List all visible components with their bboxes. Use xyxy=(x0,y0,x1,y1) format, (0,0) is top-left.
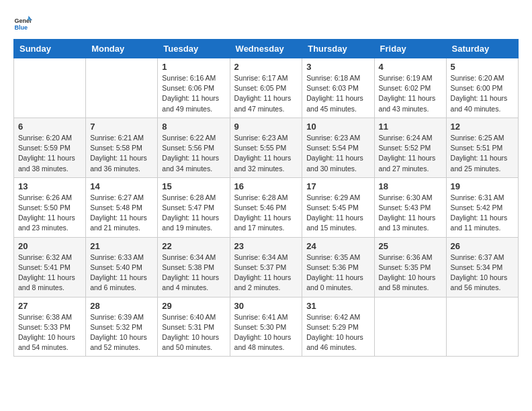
calendar-cell xyxy=(374,297,446,357)
day-number: 23 xyxy=(234,241,298,251)
day-detail: Sunrise: 6:30 AM Sunset: 5:43 PM Dayligh… xyxy=(379,193,442,234)
day-number: 19 xyxy=(451,181,514,191)
day-detail: Sunrise: 6:21 AM Sunset: 5:58 PM Dayligh… xyxy=(90,133,153,174)
calendar-cell: 12Sunrise: 6:25 AM Sunset: 5:51 PM Dayli… xyxy=(446,118,518,177)
calendar-cell: 3Sunrise: 6:18 AM Sunset: 6:03 PM Daylig… xyxy=(302,58,374,118)
day-detail: Sunrise: 6:40 AM Sunset: 5:31 PM Dayligh… xyxy=(162,312,225,353)
day-detail: Sunrise: 6:17 AM Sunset: 6:05 PM Dayligh… xyxy=(234,73,298,114)
day-detail: Sunrise: 6:41 AM Sunset: 5:30 PM Dayligh… xyxy=(234,312,298,353)
day-detail: Sunrise: 6:18 AM Sunset: 6:03 PM Dayligh… xyxy=(306,73,369,114)
day-number: 24 xyxy=(306,241,369,251)
calendar-cell: 11Sunrise: 6:24 AM Sunset: 5:52 PM Dayli… xyxy=(374,118,446,177)
day-detail: Sunrise: 6:38 AM Sunset: 5:33 PM Dayligh… xyxy=(18,312,81,353)
day-number: 30 xyxy=(234,301,298,311)
calendar-cell: 18Sunrise: 6:30 AM Sunset: 5:43 PM Dayli… xyxy=(374,177,446,237)
day-number: 26 xyxy=(451,241,514,251)
day-detail: Sunrise: 6:37 AM Sunset: 5:34 PM Dayligh… xyxy=(451,253,514,293)
calendar-cell: 10Sunrise: 6:23 AM Sunset: 5:54 PM Dayli… xyxy=(302,118,374,177)
day-detail: Sunrise: 6:28 AM Sunset: 5:47 PM Dayligh… xyxy=(162,193,225,234)
day-number: 7 xyxy=(90,122,153,132)
day-number: 16 xyxy=(234,181,298,191)
day-detail: Sunrise: 6:31 AM Sunset: 5:42 PM Dayligh… xyxy=(451,193,514,234)
day-detail: Sunrise: 6:36 AM Sunset: 5:35 PM Dayligh… xyxy=(379,253,442,293)
day-detail: Sunrise: 6:34 AM Sunset: 5:38 PM Dayligh… xyxy=(162,253,225,293)
day-number: 25 xyxy=(379,241,442,251)
day-detail: Sunrise: 6:33 AM Sunset: 5:40 PM Dayligh… xyxy=(90,253,153,293)
day-number: 8 xyxy=(162,122,225,132)
day-detail: Sunrise: 6:24 AM Sunset: 5:52 PM Dayligh… xyxy=(379,133,442,174)
calendar-cell: 16Sunrise: 6:28 AM Sunset: 5:46 PM Dayli… xyxy=(230,177,302,237)
day-number: 28 xyxy=(90,301,153,311)
logo: General Blue xyxy=(13,13,35,32)
week-row-4: 20Sunrise: 6:32 AM Sunset: 5:41 PM Dayli… xyxy=(14,237,519,297)
day-number: 20 xyxy=(18,241,81,251)
day-detail: Sunrise: 6:42 AM Sunset: 5:29 PM Dayligh… xyxy=(306,312,369,353)
day-number: 1 xyxy=(162,62,225,72)
calendar-cell: 30Sunrise: 6:41 AM Sunset: 5:30 PM Dayli… xyxy=(230,297,302,357)
week-row-2: 6Sunrise: 6:20 AM Sunset: 5:59 PM Daylig… xyxy=(14,118,519,177)
calendar-cell: 26Sunrise: 6:37 AM Sunset: 5:34 PM Dayli… xyxy=(446,237,518,297)
day-number: 12 xyxy=(451,122,514,132)
day-number: 4 xyxy=(379,62,442,72)
calendar-cell: 24Sunrise: 6:35 AM Sunset: 5:36 PM Dayli… xyxy=(302,237,374,297)
calendar-cell xyxy=(86,58,158,118)
day-number: 29 xyxy=(162,301,225,311)
day-number: 9 xyxy=(234,122,298,132)
week-row-1: 1Sunrise: 6:16 AM Sunset: 6:06 PM Daylig… xyxy=(14,58,519,118)
day-number: 18 xyxy=(379,181,442,191)
calendar-cell: 17Sunrise: 6:29 AM Sunset: 5:45 PM Dayli… xyxy=(302,177,374,237)
day-detail: Sunrise: 6:20 AM Sunset: 5:59 PM Dayligh… xyxy=(18,133,81,174)
header: General Blue xyxy=(13,13,519,32)
day-detail: Sunrise: 6:26 AM Sunset: 5:50 PM Dayligh… xyxy=(18,193,81,234)
calendar-cell xyxy=(446,297,518,357)
day-number: 15 xyxy=(162,181,225,191)
svg-text:Blue: Blue xyxy=(14,24,28,31)
day-number: 17 xyxy=(306,181,369,191)
calendar-cell: 20Sunrise: 6:32 AM Sunset: 5:41 PM Dayli… xyxy=(14,237,86,297)
day-header-thursday: Thursday xyxy=(302,40,374,58)
calendar-cell: 8Sunrise: 6:22 AM Sunset: 5:56 PM Daylig… xyxy=(158,118,230,177)
day-number: 2 xyxy=(234,62,298,72)
calendar-cell: 25Sunrise: 6:36 AM Sunset: 5:35 PM Dayli… xyxy=(374,237,446,297)
day-detail: Sunrise: 6:35 AM Sunset: 5:36 PM Dayligh… xyxy=(306,253,369,293)
day-number: 3 xyxy=(306,62,369,72)
calendar-cell: 22Sunrise: 6:34 AM Sunset: 5:38 PM Dayli… xyxy=(158,237,230,297)
day-number: 21 xyxy=(90,241,153,251)
day-detail: Sunrise: 6:16 AM Sunset: 6:06 PM Dayligh… xyxy=(162,73,225,114)
calendar-cell: 4Sunrise: 6:19 AM Sunset: 6:02 PM Daylig… xyxy=(374,58,446,118)
calendar-cell: 21Sunrise: 6:33 AM Sunset: 5:40 PM Dayli… xyxy=(86,237,158,297)
week-row-3: 13Sunrise: 6:26 AM Sunset: 5:50 PM Dayli… xyxy=(14,177,519,237)
calendar-cell: 19Sunrise: 6:31 AM Sunset: 5:42 PM Dayli… xyxy=(446,177,518,237)
day-number: 5 xyxy=(451,62,514,72)
calendar-table: SundayMondayTuesdayWednesdayThursdayFrid… xyxy=(13,39,519,357)
calendar-cell: 29Sunrise: 6:40 AM Sunset: 5:31 PM Dayli… xyxy=(158,297,230,357)
calendar-cell: 7Sunrise: 6:21 AM Sunset: 5:58 PM Daylig… xyxy=(86,118,158,177)
day-detail: Sunrise: 6:19 AM Sunset: 6:02 PM Dayligh… xyxy=(379,73,442,114)
calendar-cell: 2Sunrise: 6:17 AM Sunset: 6:05 PM Daylig… xyxy=(230,58,302,118)
day-detail: Sunrise: 6:34 AM Sunset: 5:37 PM Dayligh… xyxy=(234,253,298,293)
calendar-cell: 1Sunrise: 6:16 AM Sunset: 6:06 PM Daylig… xyxy=(158,58,230,118)
calendar-cell: 14Sunrise: 6:27 AM Sunset: 5:48 PM Dayli… xyxy=(86,177,158,237)
day-detail: Sunrise: 6:23 AM Sunset: 5:55 PM Dayligh… xyxy=(234,133,298,174)
calendar-cell: 13Sunrise: 6:26 AM Sunset: 5:50 PM Dayli… xyxy=(14,177,86,237)
day-detail: Sunrise: 6:28 AM Sunset: 5:46 PM Dayligh… xyxy=(234,193,298,234)
day-detail: Sunrise: 6:27 AM Sunset: 5:48 PM Dayligh… xyxy=(90,193,153,234)
day-number: 10 xyxy=(306,122,369,132)
header-row: SundayMondayTuesdayWednesdayThursdayFrid… xyxy=(14,40,519,58)
day-header-tuesday: Tuesday xyxy=(158,40,230,58)
day-detail: Sunrise: 6:32 AM Sunset: 5:41 PM Dayligh… xyxy=(18,253,81,293)
day-number: 6 xyxy=(18,122,81,132)
week-row-5: 27Sunrise: 6:38 AM Sunset: 5:33 PM Dayli… xyxy=(14,297,519,357)
day-detail: Sunrise: 6:39 AM Sunset: 5:32 PM Dayligh… xyxy=(90,312,153,353)
day-number: 13 xyxy=(18,181,81,191)
calendar-cell: 27Sunrise: 6:38 AM Sunset: 5:33 PM Dayli… xyxy=(14,297,86,357)
day-header-sunday: Sunday xyxy=(14,40,86,58)
calendar-cell: 23Sunrise: 6:34 AM Sunset: 5:37 PM Dayli… xyxy=(230,237,302,297)
day-number: 11 xyxy=(379,122,442,132)
day-number: 14 xyxy=(90,181,153,191)
calendar-cell: 5Sunrise: 6:20 AM Sunset: 6:00 PM Daylig… xyxy=(446,58,518,118)
day-detail: Sunrise: 6:20 AM Sunset: 6:00 PM Dayligh… xyxy=(451,73,514,114)
day-number: 31 xyxy=(306,301,369,311)
day-detail: Sunrise: 6:25 AM Sunset: 5:51 PM Dayligh… xyxy=(451,133,514,174)
calendar-cell: 9Sunrise: 6:23 AM Sunset: 5:55 PM Daylig… xyxy=(230,118,302,177)
